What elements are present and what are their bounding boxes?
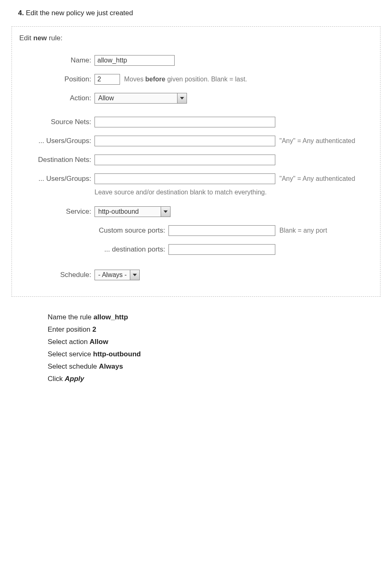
chevron-down-icon — [130, 270, 139, 280]
panel-title-prefix: Edit — [19, 34, 33, 42]
users-groups-label-2: ... Users/Groups: — [19, 175, 95, 183]
name-input[interactable] — [95, 55, 175, 66]
action-label: Action: — [19, 94, 95, 102]
users-groups-input-2[interactable] — [95, 173, 275, 184]
instructions: Name the rule allow_http Enter position … — [48, 313, 380, 383]
svg-marker-1 — [164, 210, 168, 213]
custom-source-ports-input[interactable] — [168, 225, 275, 236]
source-nets-label: Source Nets: — [19, 118, 95, 126]
destination-nets-input[interactable] — [95, 155, 275, 165]
panel-title: Edit new rule: — [19, 34, 377, 42]
schedule-select-value: - Always - — [95, 271, 130, 279]
any-auth-hint-2: "Any" = Any authenticated — [279, 175, 355, 182]
schedule-label: Schedule: — [19, 271, 95, 279]
destination-ports-input[interactable] — [168, 244, 275, 255]
users-groups-label-1: ... Users/Groups: — [19, 137, 95, 145]
chevron-down-icon — [161, 207, 170, 217]
custom-source-ports-label: Custom source ports: — [19, 226, 168, 235]
service-select[interactable]: http-outbound — [95, 206, 171, 217]
step-number: 4. — [18, 9, 24, 17]
destination-nets-label: Destination Nets: — [19, 156, 95, 164]
edit-rule-panel: Edit new rule: Name: Position: Moves bef… — [12, 26, 380, 297]
any-auth-hint-1: "Any" = Any authenticated — [279, 137, 355, 145]
service-label: Service: — [19, 208, 95, 216]
action-select[interactable]: Allow — [95, 93, 187, 104]
name-label: Name: — [19, 56, 95, 65]
position-label: Position: — [19, 75, 95, 83]
step-line: 4. Edit the new policy we just created — [18, 9, 380, 17]
schedule-select[interactable]: - Always - — [95, 270, 140, 280]
panel-title-bold: new — [33, 34, 47, 42]
position-hint: Moves before given position. Blank = las… — [124, 76, 247, 83]
source-nets-input[interactable] — [95, 117, 275, 127]
svg-marker-0 — [180, 97, 184, 99]
blank-port-hint: Blank = any port — [279, 227, 327, 234]
destination-ports-label: ... destination ports: — [19, 245, 168, 254]
service-select-value: http-outbound — [95, 208, 161, 215]
users-groups-input-1[interactable] — [95, 136, 275, 146]
action-select-value: Allow — [95, 95, 177, 102]
step-text: Edit the new policy we just created — [26, 9, 133, 17]
position-input[interactable] — [95, 74, 120, 85]
blank-match-note: Leave source and/or destination blank to… — [95, 189, 377, 196]
svg-marker-2 — [133, 274, 137, 276]
panel-title-suffix: rule: — [47, 34, 62, 42]
chevron-down-icon — [177, 93, 187, 103]
